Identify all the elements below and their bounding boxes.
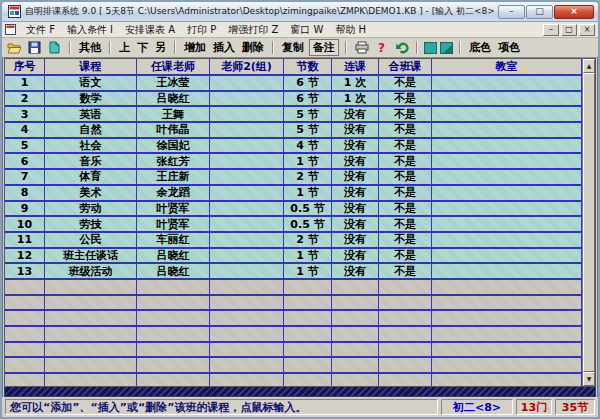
save-button[interactable]: [26, 40, 43, 56]
cell-consecutive[interactable]: 没有: [332, 217, 379, 231]
cell-consecutive[interactable]: 没有: [332, 107, 379, 121]
empty-table-row[interactable]: [5, 327, 582, 343]
note-button[interactable]: 备注: [309, 39, 339, 56]
cell-combined[interactable]: 不是: [379, 233, 432, 247]
cell-teacher2[interactable]: [210, 202, 284, 216]
cell-room[interactable]: [432, 186, 582, 200]
cell-course[interactable]: 体育: [45, 170, 137, 184]
cell-consecutive[interactable]: 没有: [332, 264, 379, 278]
cell-combined[interactable]: 不是: [379, 264, 432, 278]
other-button[interactable]: 其他: [77, 40, 103, 55]
cell-consecutive[interactable]: 没有: [332, 233, 379, 247]
cell-course[interactable]: 班级活动: [45, 264, 137, 278]
bg-color-swatch-icon[interactable]: [424, 42, 437, 54]
maximize-button[interactable]: □: [526, 5, 553, 19]
menu-item[interactable]: 输入条件 I: [61, 23, 119, 37]
mdi-close-button[interactable]: ×: [579, 24, 595, 36]
cell-consecutive[interactable]: 没有: [332, 139, 379, 153]
cell-combined[interactable]: 不是: [379, 249, 432, 263]
table-row[interactable]: 4 自然 叶伟晶 5 节 没有 不是: [5, 123, 582, 139]
table-row[interactable]: 11 公民 车丽红 2 节 没有 不是: [5, 233, 582, 249]
scroll-down-icon[interactable]: ▼: [583, 372, 595, 386]
cell-room[interactable]: [432, 154, 582, 168]
table-row[interactable]: 3 英语 王舞 5 节 没有 不是: [5, 107, 582, 123]
title-bar[interactable]: 自明排课系统 9.0 [ 5天8节 C:\Users\Administrator…: [2, 2, 598, 22]
cell-periods[interactable]: 6 节: [284, 92, 332, 106]
delete-row-button[interactable]: 删除: [240, 40, 266, 55]
cell-periods[interactable]: 1 节: [284, 249, 332, 263]
item-color-button[interactable]: 项色: [496, 40, 522, 55]
cell-teacher[interactable]: 叶贤军: [137, 217, 210, 231]
cell-number[interactable]: 13: [5, 264, 45, 278]
cell-consecutive[interactable]: 没有: [332, 154, 379, 168]
another-button[interactable]: 另: [153, 40, 168, 55]
empty-table-row[interactable]: [5, 311, 582, 327]
cell-periods[interactable]: 0.5 节: [284, 202, 332, 216]
cell-combined[interactable]: 不是: [379, 186, 432, 200]
cell-teacher[interactable]: 车丽红: [137, 233, 210, 247]
scroll-up-icon[interactable]: ▲: [583, 59, 595, 73]
item-color-swatch-icon[interactable]: [440, 42, 453, 54]
empty-table-row[interactable]: [5, 358, 582, 374]
cell-number[interactable]: 8: [5, 186, 45, 200]
print-button[interactable]: [353, 40, 370, 56]
cell-number[interactable]: 7: [5, 170, 45, 184]
cell-consecutive[interactable]: 没有: [332, 202, 379, 216]
cell-teacher[interactable]: 吕晓红: [137, 249, 210, 263]
cell-teacher[interactable]: 王舞: [137, 107, 210, 121]
menu-item[interactable]: 文件 F: [20, 23, 61, 37]
menu-item[interactable]: 窗口 W: [284, 23, 329, 37]
cell-consecutive[interactable]: 没有: [332, 170, 379, 184]
cell-course[interactable]: 音乐: [45, 154, 137, 168]
cell-number[interactable]: 11: [5, 233, 45, 247]
cell-periods[interactable]: 4 节: [284, 139, 332, 153]
cell-course[interactable]: 英语: [45, 107, 137, 121]
cell-teacher2[interactable]: [210, 249, 284, 263]
cell-room[interactable]: [432, 76, 582, 90]
cell-combined[interactable]: 不是: [379, 123, 432, 137]
menu-item[interactable]: 增强打印 Z: [222, 23, 284, 37]
empty-table-row[interactable]: [5, 343, 582, 359]
table-row[interactable]: 2 数学 吕晓红 6 节 1 次 不是: [5, 92, 582, 108]
cell-course[interactable]: 社会: [45, 139, 137, 153]
cell-teacher2[interactable]: [210, 233, 284, 247]
cell-combined[interactable]: 不是: [379, 154, 432, 168]
cell-number[interactable]: 12: [5, 249, 45, 263]
cell-periods[interactable]: 1 节: [284, 186, 332, 200]
cell-teacher2[interactable]: [210, 217, 284, 231]
copy-button[interactable]: 复制: [280, 40, 306, 55]
undo-button[interactable]: [393, 40, 410, 56]
close-button[interactable]: ×: [554, 5, 594, 19]
cell-teacher2[interactable]: [210, 139, 284, 153]
cell-periods[interactable]: 5 节: [284, 107, 332, 121]
vertical-scrollbar[interactable]: ▲ ▼: [582, 58, 596, 387]
cell-teacher2[interactable]: [210, 92, 284, 106]
cell-periods[interactable]: 2 节: [284, 170, 332, 184]
cell-consecutive[interactable]: 没有: [332, 186, 379, 200]
cell-room[interactable]: [432, 92, 582, 106]
open-file-button[interactable]: [6, 40, 23, 56]
cell-room[interactable]: [432, 217, 582, 231]
cell-room[interactable]: [432, 202, 582, 216]
cell-room[interactable]: [432, 107, 582, 121]
table-row[interactable]: 10 劳技 叶贤军 0.5 节 没有 不是: [5, 217, 582, 233]
cell-consecutive[interactable]: 没有: [332, 249, 379, 263]
new-file-button[interactable]: [46, 40, 63, 56]
cell-number[interactable]: 5: [5, 139, 45, 153]
cell-number[interactable]: 3: [5, 107, 45, 121]
cell-course[interactable]: 自然: [45, 123, 137, 137]
cell-room[interactable]: [432, 139, 582, 153]
empty-table-row[interactable]: [5, 296, 582, 312]
cell-combined[interactable]: 不是: [379, 202, 432, 216]
table-row[interactable]: 13 班级活动 吕晓红 1 节 没有 不是: [5, 264, 582, 280]
move-up-button[interactable]: 上: [117, 40, 132, 55]
cell-number[interactable]: 6: [5, 154, 45, 168]
cell-consecutive[interactable]: 1 次: [332, 92, 379, 106]
scrollbar-thumb[interactable]: [583, 73, 595, 372]
cell-course[interactable]: 数学: [45, 92, 137, 106]
bg-color-button[interactable]: 底色: [467, 40, 493, 55]
cell-room[interactable]: [432, 264, 582, 278]
cell-number[interactable]: 1: [5, 76, 45, 90]
cell-combined[interactable]: 不是: [379, 107, 432, 121]
cell-combined[interactable]: 不是: [379, 217, 432, 231]
